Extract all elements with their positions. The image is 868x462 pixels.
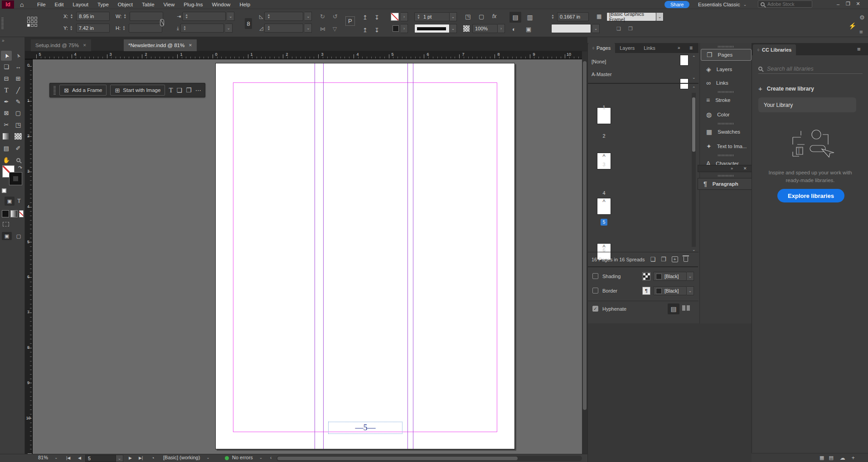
start-with-image-button[interactable]: ⊞ Start with Image xyxy=(110,85,165,96)
list-view-icon[interactable]: ▤ xyxy=(829,455,833,460)
wrap-offset-stepper[interactable]: ▲▼ xyxy=(551,14,554,19)
scrollbar-thumb[interactable] xyxy=(583,61,587,410)
proxy-dot[interactable] xyxy=(34,24,37,27)
tab-setup-indd[interactable]: Setup.indd @ 75% ✕ xyxy=(31,39,91,51)
close-button[interactable]: ✕ xyxy=(853,1,863,7)
stock-search-input[interactable] xyxy=(767,1,804,7)
expand-panel-icon[interactable]: » xyxy=(731,167,733,171)
edit-page-size-icon[interactable]: ❏ xyxy=(650,256,655,262)
proxy-dot[interactable] xyxy=(34,20,37,23)
apply-color-button[interactable] xyxy=(2,210,9,217)
hyphenate-checkbox[interactable]: ✓ xyxy=(592,306,598,312)
opacity-field[interactable]: 100% xyxy=(472,24,498,33)
control-panel-grip[interactable] xyxy=(1,17,4,29)
free-transform-tool[interactable]: ◳ xyxy=(13,120,24,130)
opacity-dropdown[interactable]: › xyxy=(498,24,505,33)
corner-options-icon[interactable]: ◳ xyxy=(465,14,470,19)
text-frame-options-button[interactable]: ▤ xyxy=(668,303,679,314)
next-page-button[interactable]: ▶ xyxy=(129,456,132,460)
page-label-4[interactable]: 4 xyxy=(597,190,611,196)
dock-item-color[interactable]: ◍Color xyxy=(701,109,752,120)
dock-grip[interactable] xyxy=(718,46,733,48)
pages-scrollbar[interactable] xyxy=(692,93,696,247)
close-tab-icon[interactable]: ✕ xyxy=(189,43,192,48)
view-options-icon[interactable] xyxy=(3,222,9,226)
swap-fill-stroke-icon[interactable]: ↷ xyxy=(18,165,22,170)
wrap-none-button[interactable]: ▤ xyxy=(509,12,521,23)
hand-tool[interactable]: ✋ xyxy=(1,155,12,165)
w-stepper[interactable]: ▲▼ xyxy=(123,14,126,19)
flip-horizontal-icon[interactable]: ⋈ xyxy=(320,26,325,32)
lightning-icon[interactable]: ⚡ xyxy=(849,23,856,29)
minimize-button[interactable]: – xyxy=(833,1,843,7)
proxy-dot[interactable] xyxy=(27,17,30,19)
add-frame-button[interactable]: ⊠ Add a Frame xyxy=(59,85,107,96)
pages-scroll-up-icon[interactable]: ⌃ xyxy=(692,87,696,91)
scale-x-field[interactable]: ▲▼ xyxy=(182,12,226,21)
add-text-icon[interactable]: T xyxy=(169,87,173,94)
preflight-profile-control[interactable]: [Basic] (working) ⌄ xyxy=(163,455,210,460)
scissors-tool[interactable]: ✂ xyxy=(1,120,12,130)
eyedropper-tool[interactable]: ✐ xyxy=(13,143,24,153)
menu-window[interactable]: Window xyxy=(207,0,235,9)
menu-edit[interactable]: Edit xyxy=(50,0,68,9)
rectangle-tool[interactable]: ▢ xyxy=(13,108,24,118)
create-new-library-button[interactable]: + Create new library xyxy=(758,85,814,92)
dock-item-pages[interactable]: ❐Pages xyxy=(701,49,752,61)
panel-menu-icon[interactable]: ≡ xyxy=(859,29,863,35)
canvas-vertical-scrollbar[interactable] xyxy=(582,51,587,454)
border-color-dropdown[interactable]: [Black] xyxy=(653,286,687,295)
contextual-toolbar[interactable]: ⊠ Add a Frame ⊞ Start with Image T ❏ ❐ ⋯ xyxy=(49,83,205,97)
flip-vertical-icon[interactable]: ▽ xyxy=(333,26,337,32)
proxy-dot[interactable] xyxy=(31,24,34,27)
preview-view-button[interactable]: ▢ xyxy=(14,232,24,240)
content-collector-tool[interactable]: ⊟ xyxy=(1,73,12,83)
home-icon[interactable]: ⌂ xyxy=(20,1,24,8)
note-tool[interactable]: ▤ xyxy=(1,143,12,153)
tab-links[interactable]: Links xyxy=(639,43,660,53)
explore-libraries-button[interactable]: Explore libraries xyxy=(777,189,844,202)
dock-item-text-to-image[interactable]: ✦Text to Ima... xyxy=(701,140,752,152)
close-tab-icon[interactable]: ✕ xyxy=(83,43,87,48)
page-label-3[interactable]: 3 xyxy=(597,162,611,167)
document-page[interactable]: —5— xyxy=(215,63,515,449)
dock-grip[interactable] xyxy=(718,175,733,177)
collapse-status-icon[interactable]: ‹ xyxy=(270,456,272,460)
tab-layers[interactable]: Layers xyxy=(615,43,639,53)
shear-field[interactable]: ▲▼ xyxy=(264,12,303,21)
page-label-1[interactable]: 1 xyxy=(597,105,611,110)
select-container-icon[interactable]: P xyxy=(345,16,355,26)
add-item-icon[interactable]: + xyxy=(852,455,855,461)
span-columns-button[interactable] xyxy=(682,305,690,311)
dock-item-swatches[interactable]: ▦Swatches xyxy=(701,126,752,138)
menu-plugins[interactable]: Plug-Ins xyxy=(179,0,207,9)
select-previous-object-icon[interactable]: ↥ xyxy=(363,14,368,20)
share-button[interactable]: Share xyxy=(664,1,689,8)
shading-color-dropdown[interactable]: [Black] xyxy=(653,272,687,281)
zoom-level-control[interactable]: 81% ⌄ xyxy=(38,455,58,460)
clear-override-icon[interactable]: ❐ xyxy=(628,26,633,31)
formatting-affects-container-button[interactable]: ▣ xyxy=(5,197,15,206)
scale-y-dropdown[interactable]: ⌄ xyxy=(225,24,233,33)
restore-button[interactable]: ❐ xyxy=(843,1,853,7)
new-page-button[interactable]: + xyxy=(672,256,678,262)
last-page-button[interactable]: ▶| xyxy=(139,456,143,460)
gear-icon[interactable]: ⚙ xyxy=(859,14,865,20)
wrap-around-button[interactable]: ▥ xyxy=(524,12,536,23)
grid-view-icon[interactable]: ▦ xyxy=(820,455,824,460)
shading-color-chevron[interactable]: ⌄ xyxy=(687,272,694,281)
page-number-field[interactable]: 5 xyxy=(85,455,116,462)
proxy-dot[interactable] xyxy=(27,20,30,23)
rotation-field[interactable]: ▲▼ xyxy=(264,24,303,33)
panel-menu-icon[interactable]: ≡ xyxy=(689,45,693,51)
object-style-dropdown[interactable]: ⌄ xyxy=(656,12,664,21)
menu-table[interactable]: Table xyxy=(137,0,159,9)
canvas-horizontal-scrollbar[interactable] xyxy=(276,456,582,461)
reference-point-proxy[interactable] xyxy=(27,17,37,27)
h-stepper[interactable]: ▲▼ xyxy=(122,25,126,31)
select-next-object-icon[interactable]: ↧ xyxy=(374,14,379,20)
content-placer-tool[interactable]: ⊞ xyxy=(13,73,24,83)
cc-search[interactable] xyxy=(758,64,863,74)
normal-view-button[interactable]: ▣ xyxy=(2,232,12,240)
pages-scrollbar-thumb[interactable] xyxy=(692,97,695,152)
